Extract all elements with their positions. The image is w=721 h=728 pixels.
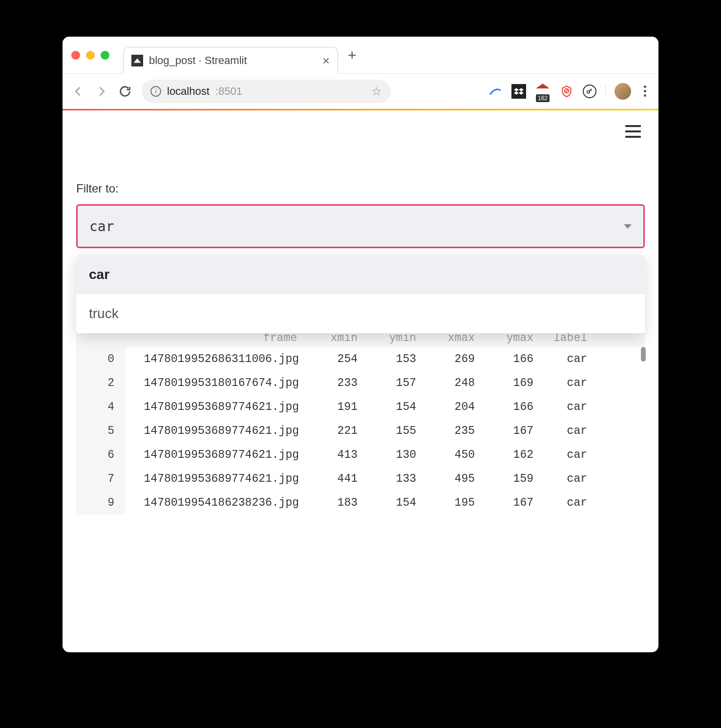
svg-line-1 <box>565 89 569 92</box>
table-row: 71478019953689774621.jpg441133495159car <box>76 467 645 491</box>
cell-ymax: 159 <box>482 472 540 485</box>
cell-ymax: 166 <box>482 353 540 365</box>
cell-label: car <box>540 401 594 413</box>
new-tab-button[interactable]: + <box>348 47 357 64</box>
col-ymax: ymax <box>482 332 540 344</box>
streamlit-favicon <box>131 55 143 66</box>
cell-frame: 1478019953180167674.jpg <box>125 377 306 389</box>
filter-select[interactable]: car <box>76 204 645 248</box>
cell-index: 7 <box>76 467 125 491</box>
cell-index: 4 <box>76 395 125 419</box>
chevron-down-icon <box>624 224 632 229</box>
col-ymin: ymin <box>364 332 423 344</box>
reload-button[interactable] <box>118 85 132 98</box>
cell-xmax: 204 <box>423 401 482 413</box>
cell-frame: 1478019954186238236.jpg <box>125 496 306 509</box>
cell-xmin: 233 <box>306 377 364 389</box>
browser-window: blog_post · Streamlit × + i localhost:85… <box>63 37 658 652</box>
cell-xmin: 221 <box>306 425 364 437</box>
cell-xmin: 413 <box>306 449 364 461</box>
dropdown-option-truck[interactable]: truck <box>76 294 645 333</box>
close-window-button[interactable] <box>71 51 80 60</box>
cell-label: car <box>540 353 594 365</box>
cell-label: car <box>540 449 594 461</box>
data-table: frame xmin ymin xmax ymax label 01478019… <box>76 329 645 514</box>
lastpass-badge: 162 <box>536 94 550 102</box>
cell-ymin: 153 <box>364 353 423 365</box>
cell-xmax: 495 <box>423 472 482 485</box>
cell-ymin: 155 <box>364 425 423 437</box>
table-row: 51478019953689774621.jpg221155235167car <box>76 419 645 443</box>
close-tab-icon[interactable]: × <box>322 54 330 67</box>
cell-ymin: 154 <box>364 496 423 509</box>
cell-label: car <box>540 472 594 485</box>
select-value: car <box>89 218 114 235</box>
cell-label: car <box>540 425 594 437</box>
cell-label: car <box>540 496 594 509</box>
back-button[interactable] <box>71 85 85 98</box>
scrollbar-thumb[interactable] <box>641 347 646 362</box>
table-row: 91478019954186238236.jpg183154195167car <box>76 491 645 514</box>
cell-ymax: 166 <box>482 401 540 413</box>
tab-title: blog_post · Streamlit <box>149 54 317 67</box>
col-label: label <box>540 332 594 344</box>
address-bar[interactable]: i localhost:8501 ☆ <box>142 80 391 103</box>
cell-xmax: 450 <box>423 449 482 461</box>
app-content: Filter to: car cartruck frame xmin ymin … <box>63 110 658 532</box>
cell-frame: 1478019953689774621.jpg <box>125 425 306 437</box>
extension-icons: 162 <box>488 83 650 100</box>
cell-label: car <box>540 377 594 389</box>
browser-tab[interactable]: blog_post · Streamlit × <box>123 47 338 74</box>
site-info-icon[interactable]: i <box>150 86 161 97</box>
table-row: 01478019952686311006.jpg254153269166car <box>76 347 645 371</box>
minimize-window-button[interactable] <box>86 51 95 60</box>
cell-ymin: 157 <box>364 377 423 389</box>
password-icon[interactable] <box>583 85 596 98</box>
hamburger-menu-icon[interactable] <box>625 125 641 138</box>
cell-ymin: 154 <box>364 401 423 413</box>
cell-ymin: 130 <box>364 449 423 461</box>
dropdown-option-car[interactable]: car <box>76 255 645 294</box>
table-row: 61478019953689774621.jpg413130450162car <box>76 443 645 467</box>
cell-ymax: 167 <box>482 425 540 437</box>
filter-label: Filter to: <box>76 182 645 195</box>
cell-frame: 1478019953689774621.jpg <box>125 401 306 413</box>
filter-dropdown: cartruck <box>76 255 645 333</box>
adblock-icon[interactable] <box>559 84 574 99</box>
col-xmax: xmax <box>423 332 482 344</box>
svg-point-2 <box>587 90 590 93</box>
cell-xmin: 441 <box>306 472 364 485</box>
address-host: localhost <box>167 85 210 98</box>
cell-xmax: 235 <box>423 425 482 437</box>
browser-toolbar: i localhost:8501 ☆ 162 <box>63 74 658 109</box>
dropbox-icon[interactable] <box>511 84 526 99</box>
cell-index: 2 <box>76 371 125 395</box>
cell-ymax: 162 <box>482 449 540 461</box>
table-row: 21478019953180167674.jpg233157248169car <box>76 371 645 395</box>
cell-index: 0 <box>76 347 125 371</box>
cell-xmax: 248 <box>423 377 482 389</box>
cell-frame: 1478019952686311006.jpg <box>125 353 306 365</box>
bookmark-star-icon[interactable]: ☆ <box>371 85 382 98</box>
cell-ymax: 167 <box>482 496 540 509</box>
cell-frame: 1478019953689774621.jpg <box>125 472 306 485</box>
cell-xmin: 254 <box>306 353 364 365</box>
profile-avatar[interactable] <box>615 83 631 100</box>
cell-index: 9 <box>76 491 125 514</box>
cell-xmax: 269 <box>423 353 482 365</box>
cell-xmax: 195 <box>423 496 482 509</box>
cell-xmin: 191 <box>306 401 364 413</box>
table-row: 41478019953689774621.jpg191154204166car <box>76 395 645 419</box>
titlebar: blog_post · Streamlit × + <box>63 37 658 74</box>
browser-menu-icon[interactable] <box>640 86 650 97</box>
extension-icon[interactable] <box>488 84 503 99</box>
cell-ymax: 169 <box>482 377 540 389</box>
address-port: :8501 <box>215 85 242 98</box>
forward-button[interactable] <box>95 85 108 98</box>
cell-ymin: 133 <box>364 472 423 485</box>
window-controls <box>71 51 109 60</box>
cell-index: 5 <box>76 419 125 443</box>
cell-frame: 1478019953689774621.jpg <box>125 449 306 461</box>
lastpass-icon[interactable]: 162 <box>535 84 551 99</box>
maximize-window-button[interactable] <box>101 51 109 60</box>
